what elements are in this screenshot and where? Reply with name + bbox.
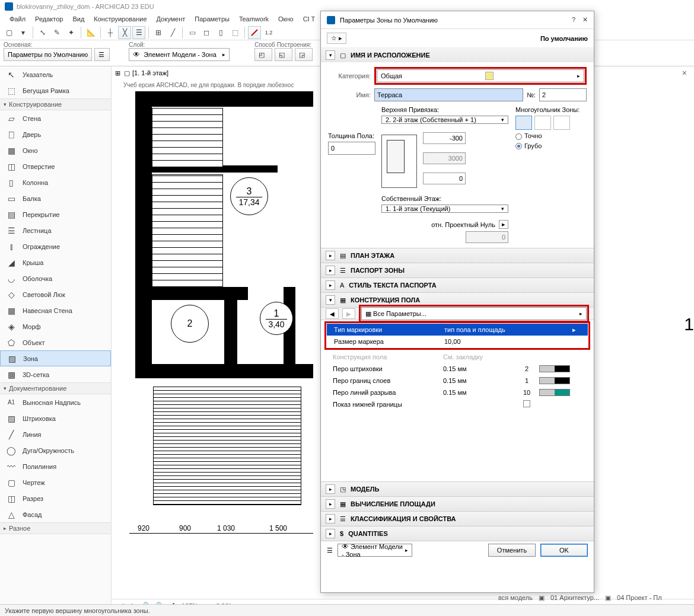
- toggle-passport[interactable]: ▸: [326, 266, 335, 275]
- floor-thick-input[interactable]: [328, 142, 375, 155]
- toggle-class[interactable]: ▸: [326, 514, 335, 524]
- dropdown-icon[interactable]: ▾: [17, 26, 30, 39]
- cut-icon[interactable]: ⬚: [228, 26, 241, 39]
- tabstrip-model[interactable]: вся модель: [498, 594, 533, 601]
- param-row-hatch-pen[interactable]: Перо штриховки 0.15 мм 2: [326, 363, 589, 375]
- tool-pointer[interactable]: ↖Указатель: [0, 66, 111, 82]
- tool-beam[interactable]: ▭Балка: [0, 190, 111, 206]
- tool-facade[interactable]: △Фасад: [0, 506, 111, 522]
- dim-icon[interactable]: [248, 26, 261, 39]
- menu-edit[interactable]: Редактор: [30, 14, 68, 24]
- tabstrip-proj[interactable]: 04 Проект - Пл: [617, 594, 662, 601]
- param-row-break-pen[interactable]: Перо линий разрыва 0.15 мм 10: [326, 387, 589, 398]
- section-doc[interactable]: ▾Документирование: [0, 382, 111, 394]
- tool-polyline[interactable]: 〰Полилиния: [0, 458, 111, 474]
- rect2-icon[interactable]: ▯: [214, 26, 227, 39]
- tool-zone[interactable]: ▨Зона: [0, 350, 111, 366]
- nav-fwd-icon[interactable]: ▶: [342, 308, 355, 319]
- build-method-3[interactable]: ◲: [295, 48, 313, 61]
- tool-hatch[interactable]: ▨Штриховка: [0, 410, 111, 426]
- collapse-name-section[interactable]: ▾: [326, 50, 335, 60]
- param-row-marker-size[interactable]: Размер маркера 10,00: [327, 336, 588, 347]
- box-icon[interactable]: ◻: [200, 26, 213, 39]
- menu-window[interactable]: Окно: [273, 14, 298, 24]
- tool-wall[interactable]: ▱Стена: [0, 110, 111, 126]
- favorites-button[interactable]: ☆ ▸: [327, 33, 346, 44]
- edit-icon[interactable]: ✎: [50, 26, 63, 39]
- menu-ci[interactable]: CI T: [298, 14, 320, 24]
- new-icon[interactable]: ▢: [2, 26, 15, 39]
- tool-line[interactable]: ╱Линия: [0, 426, 111, 442]
- layer-dropdown[interactable]: Элемент Модели - Зона ▸: [129, 48, 230, 61]
- toggle-floor-constr[interactable]: ▾: [326, 295, 335, 305]
- tool-opening[interactable]: ◫Отверстие: [0, 158, 111, 174]
- number-input[interactable]: [539, 88, 587, 101]
- toggle-model[interactable]: ▸: [326, 484, 335, 494]
- grid-view-icon[interactable]: ⊞: [115, 69, 120, 77]
- tool-skylight[interactable]: ◇Световой Люк: [0, 286, 111, 302]
- tool-curtain[interactable]: ▦Навесная Стена: [0, 302, 111, 318]
- tool-drawing[interactable]: ▢Чертеж: [0, 474, 111, 490]
- cancel-button[interactable]: Отменить: [488, 544, 536, 557]
- bottom-offset-input[interactable]: [423, 173, 466, 184]
- toggle-area[interactable]: ▸: [326, 499, 335, 509]
- tool-slab[interactable]: ▤Перекрытие: [0, 206, 111, 222]
- menu-options[interactable]: Параметры: [190, 14, 234, 24]
- rect-icon[interactable]: ▭: [186, 26, 199, 39]
- tool-morph[interactable]: ◈Морф: [0, 318, 111, 334]
- proj-zero-arrow[interactable]: ▸: [499, 220, 508, 229]
- name-input[interactable]: [374, 88, 523, 101]
- dialog-layer-dropdown[interactable]: Элемент Модели - Зона▸: [338, 544, 412, 557]
- snap1-icon[interactable]: ┼: [104, 26, 117, 39]
- top-link-dropdown[interactable]: 2. 2-й этаж (Собственный + 1)▾: [381, 116, 508, 124]
- tool-object[interactable]: ⬠Объект: [0, 334, 111, 350]
- pick-icon[interactable]: ⤡: [36, 26, 49, 39]
- poly-type-1[interactable]: [515, 116, 532, 130]
- ok-button[interactable]: OK: [540, 544, 588, 557]
- floor-tab[interactable]: ▢ [1. 1-й этаж]: [124, 69, 168, 77]
- wand-icon[interactable]: ✦: [65, 26, 78, 39]
- toggle-passport-text[interactable]: ▸: [326, 280, 335, 290]
- poly-type-2[interactable]: [534, 116, 551, 130]
- toggle-floorplan[interactable]: ▸: [326, 251, 335, 260]
- tool-railing[interactable]: ⫿Ограждение: [0, 238, 111, 254]
- grid-icon[interactable]: ⊞: [152, 26, 165, 39]
- tool-door[interactable]: ⎕Дверь: [0, 126, 111, 142]
- tool-roof[interactable]: ◢Крыша: [0, 254, 111, 270]
- build-method-2[interactable]: ◱: [275, 48, 292, 61]
- zone-icon-button[interactable]: ☰: [94, 48, 110, 61]
- menu-design[interactable]: Конструирование: [89, 14, 151, 24]
- tool-mesh[interactable]: ▩3D-сетка: [0, 366, 111, 382]
- nav-back-icon[interactable]: ◀: [326, 308, 339, 319]
- tabstrip-arch[interactable]: 01 Архитектур...: [550, 594, 599, 601]
- tool-stair[interactable]: ☰Лестница: [0, 222, 111, 238]
- tool-window[interactable]: ▦Окно: [0, 142, 111, 158]
- menu-document[interactable]: Документ: [152, 14, 190, 24]
- default-params-button[interactable]: Параметры по Умолчанию: [4, 48, 92, 61]
- section-konstr[interactable]: ▾Конструирование: [0, 98, 111, 110]
- tool-section[interactable]: ◫Разрез: [0, 490, 111, 506]
- tool-label[interactable]: A1Выносная Надпись: [0, 394, 111, 410]
- param-row-layer-pen[interactable]: Перо границ слоев 0.15 мм 1: [326, 375, 589, 387]
- top-offset-input[interactable]: [423, 132, 466, 144]
- text12-icon[interactable]: 1.2: [262, 26, 275, 39]
- menu-file[interactable]: Файл: [5, 14, 30, 24]
- tool-arc[interactable]: ◯Дуга/Окружность: [0, 442, 111, 458]
- poly-exact-radio[interactable]: Точно: [515, 132, 587, 140]
- category-dropdown[interactable]: Общая▸: [377, 69, 584, 82]
- tool-column[interactable]: ▯Колонна: [0, 174, 111, 190]
- snap3-icon[interactable]: ☰: [132, 26, 145, 39]
- tool-shell[interactable]: ◡Оболочка: [0, 270, 111, 286]
- dialog-close-icon[interactable]: ✕: [582, 16, 588, 24]
- guide-icon[interactable]: ╱: [166, 26, 179, 39]
- tool-marquee[interactable]: ⬚Бегущая Рамка: [0, 82, 111, 98]
- param-row-marking-type[interactable]: Тип маркировки тип пола и площадь ▸: [327, 324, 588, 336]
- menu-view[interactable]: Вид: [68, 14, 89, 24]
- section-misc[interactable]: ▸Разное: [0, 522, 111, 534]
- menu-teamwork[interactable]: Teamwork: [234, 14, 273, 24]
- home-story-dropdown[interactable]: 1. 1-й этаж (Текущий)▾: [381, 205, 508, 213]
- build-method-1[interactable]: ◰: [254, 48, 272, 61]
- poly-rough-radio[interactable]: Грубо: [515, 142, 587, 150]
- param-row-show-bottom[interactable]: Показ нижней границы: [326, 398, 589, 410]
- toggle-quant[interactable]: ▸: [326, 529, 335, 538]
